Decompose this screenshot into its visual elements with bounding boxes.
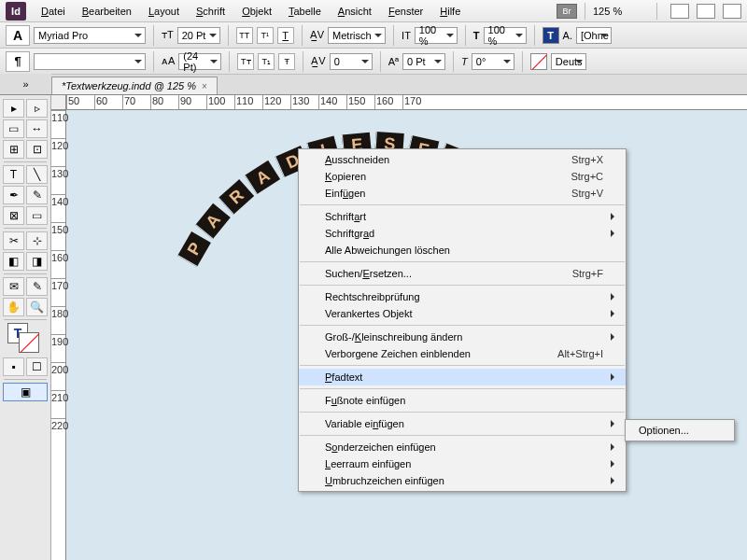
leading-label: ᴀA — [162, 55, 175, 67]
rectangle-frame-tool[interactable]: ⊠ — [3, 206, 24, 225]
view-mode-icon[interactable] — [670, 4, 689, 19]
menu-ansicht[interactable]: Ansicht — [331, 3, 379, 20]
ctx-schriftart[interactable]: Schriftart — [299, 208, 626, 225]
strikethrough-button[interactable]: Ŧ — [278, 53, 295, 70]
hscale[interactable]: 100 % — [484, 27, 527, 44]
menu-bearbeiten[interactable]: Bearbeiten — [75, 3, 139, 20]
gradient-swatch-tool[interactable]: ◧ — [3, 252, 24, 271]
bridge-badge[interactable]: Br — [557, 4, 577, 19]
doc-tab-title: *Textwerkzeug.indd @ 125 % — [62, 80, 196, 91]
view-mode-normal[interactable]: ▣ — [3, 383, 48, 401]
gradient-feather-tool[interactable]: ◨ — [26, 252, 48, 271]
underline-button[interactable]: T — [277, 27, 294, 44]
stroke-color-icon[interactable] — [530, 53, 547, 70]
ctx-sonderzeichen-einf-gen[interactable]: Sonderzeichen einfügen — [299, 439, 626, 455]
charstyle-label: A. — [563, 30, 572, 41]
eyedropper-tool[interactable]: ✎ — [26, 277, 48, 296]
content-collector-tool[interactable]: ⊞ — [3, 140, 24, 159]
baseline-shift[interactable]: 0 Pt — [402, 53, 445, 70]
menubar: Id Datei Bearbeiten Layout Schrift Objek… — [0, 0, 747, 22]
ctx-kopieren[interactable]: KopierenStrg+C — [299, 168, 626, 185]
ctx-suchen-ersetzen-[interactable]: Suchen/Ersetzen...Strg+F — [299, 265, 626, 282]
control-panel-1: A Myriad Pro ᴛT 20 Pt TT T¹ T A̲V Metris… — [0, 22, 747, 49]
free-transform-tool[interactable]: ⊹ — [26, 231, 48, 250]
ctx-einf-gen[interactable]: EinfügenStrg+V — [299, 185, 626, 202]
hand-tool[interactable]: ✋ — [3, 298, 24, 316]
ruler-horizontal[interactable]: 5060708090100110120130140150160170 — [66, 95, 747, 110]
superscript-button[interactable]: T¹ — [257, 27, 274, 44]
pfadtext-submenu: Optionen... — [625, 419, 735, 441]
ctx-gro-kleinschreibung-ndern[interactable]: Groß-/Kleinschreibung ändern — [299, 329, 626, 345]
stroke-swatch[interactable] — [19, 332, 39, 353]
ctx-verborgene-zeichen-einblenden[interactable]: Verborgene Zeichen einblendenAlt+Strg+I — [299, 345, 626, 362]
para-mode-toggle[interactable]: ¶ — [6, 51, 30, 72]
size-label: ᴛT — [162, 29, 174, 41]
pencil-tool[interactable]: ✎ — [26, 186, 48, 204]
ctx-verankertes-objekt[interactable]: Verankertes Objekt — [299, 305, 626, 322]
menu-tabelle[interactable]: Tabelle — [281, 3, 329, 20]
menu-layout[interactable]: Layout — [141, 3, 187, 20]
menu-schrift[interactable]: Schrift — [189, 3, 233, 20]
direct-selection-tool[interactable]: ▹ — [26, 99, 48, 118]
skew[interactable]: 0° — [472, 53, 514, 70]
menu-hilfe[interactable]: Hilfe — [432, 3, 468, 20]
page-tool[interactable]: ▭ — [3, 119, 24, 138]
vscale[interactable]: 100 % — [415, 27, 458, 44]
doc-tab[interactable]: *Textwerkzeug.indd @ 125 % × — [51, 77, 218, 94]
submenu-optionen[interactable]: Optionen... — [626, 422, 734, 439]
fill-color-icon[interactable]: T — [543, 27, 559, 44]
ctx-pfadtext[interactable]: Pfadtext — [299, 369, 626, 385]
vscale-label: IT — [402, 30, 411, 41]
type-tool[interactable]: T — [3, 165, 24, 184]
ctx-umbruchzeichen-einf-gen[interactable]: Umbruchzeichen einfügen — [299, 472, 626, 489]
zoom-tool[interactable]: 🔍 — [26, 298, 48, 316]
subscript-button[interactable]: T₁ — [258, 53, 275, 70]
ctx-rechtschreibpr-fung[interactable]: Rechtschreibprüfung — [299, 288, 626, 305]
ctx-ausschneiden[interactable]: AusschneidenStrg+X — [299, 151, 626, 168]
control-panel-2: ¶ ᴀA (24 Pt) Tᴛ T₁ Ŧ A̲V 0 Aª 0 Pt T 0° … — [0, 49, 747, 75]
tracking[interactable]: 0 — [330, 53, 373, 70]
lang-dropdown[interactable]: Deuts — [551, 53, 586, 70]
baseline-label: Aª — [388, 56, 399, 67]
skew-label: T — [461, 56, 468, 67]
tabbar-grip: » — [0, 74, 51, 94]
apply-none[interactable]: ☐ — [26, 357, 48, 376]
font-dropdown[interactable]: Myriad Pro — [34, 27, 146, 44]
ctx-schriftgrad[interactable]: Schriftgrad — [299, 225, 626, 242]
smallcaps-button[interactable]: Tᴛ — [237, 53, 254, 70]
menu-objekt[interactable]: Objekt — [234, 3, 279, 20]
arrange-icon[interactable] — [723, 4, 741, 19]
tracking-label: A̲V — [311, 55, 325, 67]
close-tab-icon[interactable]: × — [202, 81, 207, 91]
scissors-tool[interactable]: ✂ — [3, 231, 24, 250]
ruler-vertical[interactable]: 110120130140150160170180190200210220 — [51, 110, 66, 560]
font-size[interactable]: 20 Pt — [177, 27, 220, 44]
ctx-fu-note-einf-gen[interactable]: Fußnote einfügen — [299, 392, 626, 409]
kerning-dropdown[interactable]: Metrisch — [328, 27, 386, 44]
rectangle-tool[interactable]: ▭ — [26, 206, 48, 225]
all-caps-button[interactable]: TT — [236, 27, 253, 44]
apply-color[interactable]: ▪ — [3, 357, 24, 376]
charstyle-dropdown[interactable]: [Ohne — [576, 27, 612, 44]
font-style-dropdown[interactable] — [34, 53, 146, 70]
selection-tool[interactable]: ▸ — [3, 99, 24, 118]
menu-fenster[interactable]: Fenster — [381, 3, 430, 20]
screen-mode-icon[interactable] — [697, 4, 715, 19]
char-mode-toggle[interactable]: A — [6, 25, 30, 46]
content-placer-tool[interactable]: ⊡ — [26, 140, 48, 159]
zoom-dropdown[interactable]: 125 % — [593, 6, 649, 17]
line-tool[interactable]: ╲ — [26, 165, 48, 184]
leading[interactable]: (24 Pt) — [178, 53, 221, 70]
ruler-origin[interactable] — [51, 95, 66, 110]
ctx-alle-abweichungen-l-schen[interactable]: Alle Abweichungen löschen — [299, 242, 626, 259]
pen-tool[interactable]: ✒ — [3, 186, 24, 204]
kerning-label: A̲V — [310, 29, 324, 41]
menu-datei[interactable]: Datei — [34, 3, 73, 20]
tool-panel: ▸▹ ▭↔ ⊞⊡ T╲ ✒✎ ⊠▭ ✂⊹ ◧◨ ✉✎ ✋🔍 T ▪☐ ▣ — [0, 95, 51, 560]
note-tool[interactable]: ✉ — [3, 277, 24, 296]
fill-stroke-control[interactable]: T — [6, 323, 45, 355]
ctx-variable-einf-gen[interactable]: Variable einfügen — [299, 415, 626, 432]
app-badge: Id — [6, 2, 26, 21]
ctx-leerraum-einf-gen[interactable]: Leerraum einfügen — [299, 455, 626, 472]
gap-tool[interactable]: ↔ — [26, 119, 48, 138]
